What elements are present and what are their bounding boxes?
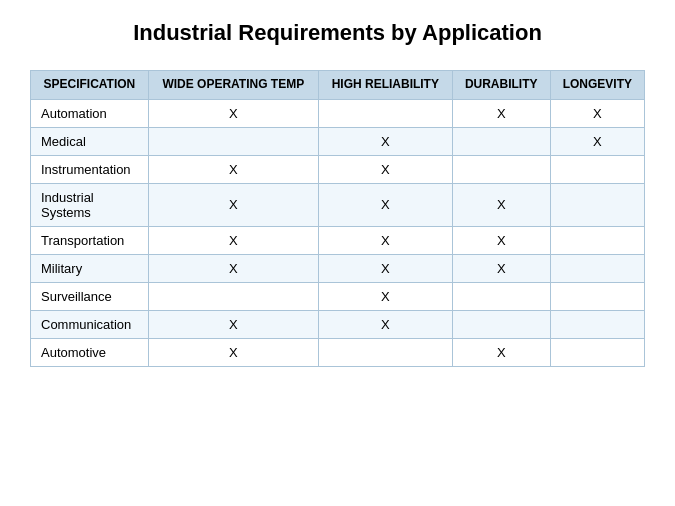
cell-dur: X xyxy=(452,338,550,366)
cell-lon: X xyxy=(550,99,644,127)
cell-lon xyxy=(550,254,644,282)
cell-hr: X xyxy=(318,254,452,282)
cell-wot: X xyxy=(148,226,318,254)
table-row: MilitaryXXX xyxy=(31,254,645,282)
cell-name: Industrial Systems xyxy=(31,183,149,226)
col-header-durability: DURABILITY xyxy=(452,71,550,100)
cell-name: Instrumentation xyxy=(31,155,149,183)
col-header-wot: WIDE OPERATING TEMP xyxy=(148,71,318,100)
col-header-longevity: LONGEVITY xyxy=(550,71,644,100)
cell-dur: X xyxy=(452,226,550,254)
cell-dur: X xyxy=(452,183,550,226)
cell-wot: X xyxy=(148,310,318,338)
cell-hr: X xyxy=(318,310,452,338)
table-row: AutomotiveXX xyxy=(31,338,645,366)
cell-dur: X xyxy=(452,99,550,127)
table-row: InstrumentationXX xyxy=(31,155,645,183)
cell-dur xyxy=(452,127,550,155)
table-row: TransportationXXX xyxy=(31,226,645,254)
cell-wot xyxy=(148,282,318,310)
cell-hr xyxy=(318,338,452,366)
cell-wot: X xyxy=(148,183,318,226)
cell-lon xyxy=(550,282,644,310)
page-title: Industrial Requirements by Application xyxy=(133,20,542,46)
cell-lon xyxy=(550,226,644,254)
cell-name: Automation xyxy=(31,99,149,127)
cell-name: Transportation xyxy=(31,226,149,254)
cell-lon xyxy=(550,310,644,338)
cell-hr: X xyxy=(318,155,452,183)
table-row: SurveillanceX xyxy=(31,282,645,310)
cell-lon xyxy=(550,338,644,366)
cell-hr: X xyxy=(318,183,452,226)
cell-lon xyxy=(550,183,644,226)
table-row: AutomationXXX xyxy=(31,99,645,127)
cell-hr: X xyxy=(318,282,452,310)
cell-dur xyxy=(452,155,550,183)
table-row: MedicalXX xyxy=(31,127,645,155)
cell-hr: X xyxy=(318,226,452,254)
cell-wot xyxy=(148,127,318,155)
cell-dur xyxy=(452,310,550,338)
cell-name: Communication xyxy=(31,310,149,338)
cell-hr: X xyxy=(318,127,452,155)
table-row: CommunicationXX xyxy=(31,310,645,338)
cell-lon xyxy=(550,155,644,183)
cell-dur xyxy=(452,282,550,310)
requirements-table: SPECIFICATION WIDE OPERATING TEMP HIGH R… xyxy=(30,70,645,367)
cell-dur: X xyxy=(452,254,550,282)
cell-name: Medical xyxy=(31,127,149,155)
cell-name: Surveillance xyxy=(31,282,149,310)
cell-name: Military xyxy=(31,254,149,282)
cell-wot: X xyxy=(148,338,318,366)
cell-name: Automotive xyxy=(31,338,149,366)
cell-hr xyxy=(318,99,452,127)
cell-wot: X xyxy=(148,254,318,282)
cell-wot: X xyxy=(148,99,318,127)
cell-wot: X xyxy=(148,155,318,183)
table-row: Industrial SystemsXXX xyxy=(31,183,645,226)
col-header-hr: HIGH RELIABILITY xyxy=(318,71,452,100)
cell-lon: X xyxy=(550,127,644,155)
col-header-specification: SPECIFICATION xyxy=(31,71,149,100)
